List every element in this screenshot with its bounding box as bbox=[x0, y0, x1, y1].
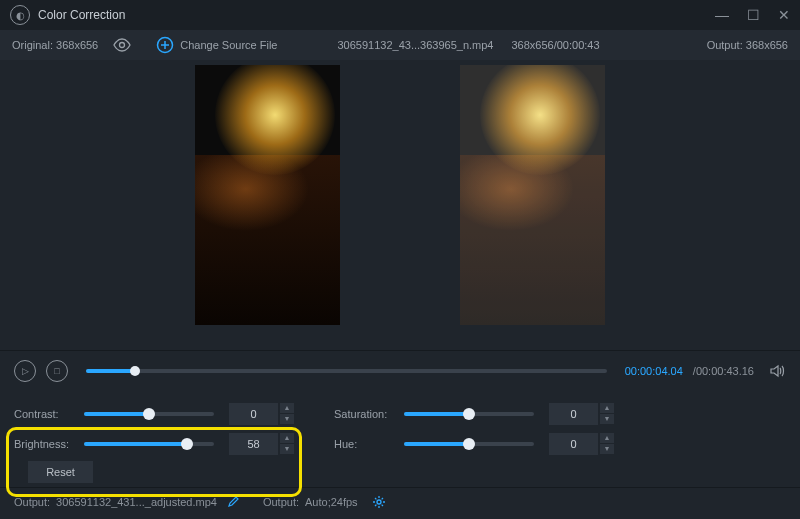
total-time: /00:00:43.16 bbox=[693, 365, 754, 377]
edit-filename-icon[interactable] bbox=[227, 496, 239, 508]
preview-original bbox=[195, 65, 340, 325]
maximize-button[interactable]: ☐ bbox=[747, 7, 760, 23]
contrast-label: Contrast: bbox=[14, 408, 84, 420]
svg-point-0 bbox=[120, 43, 125, 48]
app-logo-icon: ◐ bbox=[10, 5, 30, 25]
saturation-slider[interactable] bbox=[404, 412, 534, 416]
source-dim-duration: 368x656/00:00:43 bbox=[511, 39, 599, 51]
contrast-slider[interactable] bbox=[84, 412, 214, 416]
original-label: Original: bbox=[12, 39, 53, 51]
source-filename: 306591132_43...363965_n.mp4 bbox=[337, 39, 493, 51]
output-settings-icon[interactable] bbox=[372, 495, 386, 509]
seek-slider[interactable] bbox=[86, 369, 607, 373]
contrast-step-down[interactable]: ▼ bbox=[280, 414, 294, 424]
window-controls: ― ☐ ✕ bbox=[715, 7, 790, 23]
contrast-value[interactable] bbox=[229, 403, 278, 425]
brightness-slider[interactable] bbox=[84, 442, 214, 446]
output-format: Auto;24fps bbox=[305, 496, 358, 508]
hue-slider[interactable] bbox=[404, 442, 534, 446]
brightness-label: Brightness: bbox=[14, 438, 84, 450]
svg-point-2 bbox=[377, 500, 381, 504]
hue-label: Hue: bbox=[334, 438, 404, 450]
info-bar: Original: 368x656 Change Source File 306… bbox=[0, 30, 800, 60]
brightness-step-down[interactable]: ▼ bbox=[280, 444, 294, 454]
toggle-preview-icon[interactable] bbox=[113, 38, 131, 52]
output-info-bar: Output: 306591132_431..._adjusted.mp4 Ou… bbox=[0, 487, 800, 516]
minimize-button[interactable]: ― bbox=[715, 7, 729, 23]
saturation-value[interactable] bbox=[549, 403, 598, 425]
change-source-link[interactable]: Change Source File bbox=[180, 39, 277, 51]
contrast-step-up[interactable]: ▲ bbox=[280, 403, 294, 413]
close-button[interactable]: ✕ bbox=[778, 7, 790, 23]
output-dimensions: 368x656 bbox=[746, 39, 788, 51]
saturation-step-up[interactable]: ▲ bbox=[600, 403, 614, 413]
add-source-icon[interactable] bbox=[156, 36, 174, 54]
hue-value[interactable] bbox=[549, 433, 598, 455]
output-file-label: Output: bbox=[14, 496, 50, 508]
reset-button[interactable]: Reset bbox=[28, 461, 93, 483]
output-filename: 306591132_431..._adjusted.mp4 bbox=[56, 496, 217, 508]
saturation-label: Saturation: bbox=[334, 408, 404, 420]
playback-bar: ▷ □ 00:00:04.04/00:00:43.16 bbox=[0, 350, 800, 391]
hue-step-down[interactable]: ▼ bbox=[600, 444, 614, 454]
hue-step-up[interactable]: ▲ bbox=[600, 433, 614, 443]
original-dimensions: 368x656 bbox=[56, 39, 98, 51]
color-controls: Contrast: ▲▼ Saturation: ▲▼ Brightness: … bbox=[0, 391, 800, 487]
stop-button[interactable]: □ bbox=[46, 360, 68, 382]
brightness-step-up[interactable]: ▲ bbox=[280, 433, 294, 443]
play-button[interactable]: ▷ bbox=[14, 360, 36, 382]
current-time: 00:00:04.04 bbox=[625, 365, 683, 377]
volume-icon[interactable] bbox=[770, 364, 786, 378]
preview-output bbox=[460, 65, 605, 325]
saturation-step-down[interactable]: ▼ bbox=[600, 414, 614, 424]
output-format-label: Output: bbox=[263, 496, 299, 508]
preview-area bbox=[0, 60, 800, 350]
window-title: Color Correction bbox=[38, 8, 125, 22]
brightness-value[interactable] bbox=[229, 433, 278, 455]
titlebar: ◐ Color Correction ― ☐ ✕ bbox=[0, 0, 800, 30]
output-label: Output: bbox=[707, 39, 743, 51]
